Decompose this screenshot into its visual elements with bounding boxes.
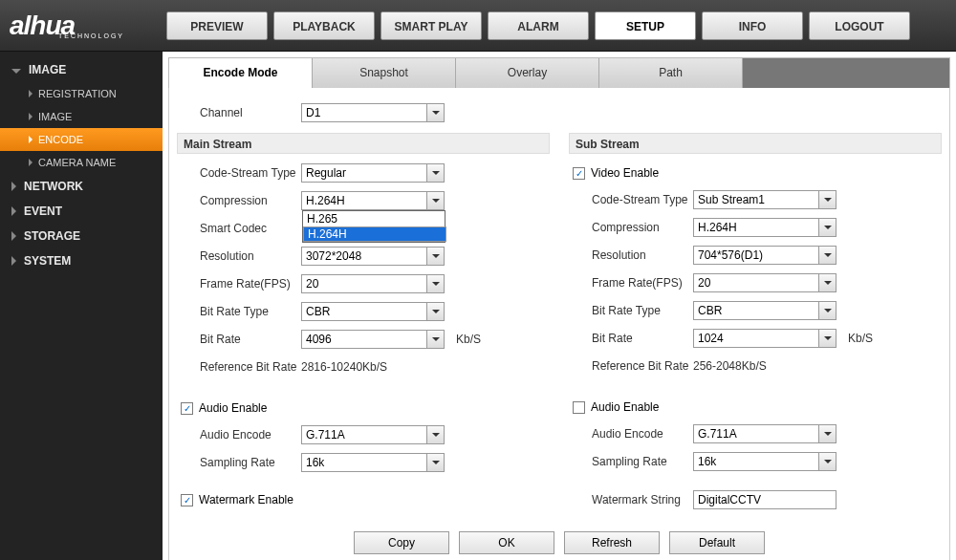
topnav-tab-preview[interactable]: PREVIEW xyxy=(166,11,268,40)
sub-audio-encode-value: G.711A xyxy=(698,427,737,441)
refresh-button[interactable]: Refresh xyxy=(564,531,660,554)
sidebar-item-encode[interactable]: ENCODE xyxy=(0,128,163,151)
main-smart-codec-label: Smart Codec xyxy=(177,222,301,235)
logo-subtext: TECHNOLOGY xyxy=(58,32,124,39)
chevron-down-icon xyxy=(818,247,836,264)
watermark-enable-checkbox[interactable] xyxy=(181,494,193,506)
topbar: alhua TECHNOLOGY PREVIEWPLAYBACKSMART PL… xyxy=(0,0,956,52)
sub-video-enable-label: Video Enable xyxy=(591,166,659,180)
sub-bit-rate-type-select[interactable]: CBR xyxy=(693,301,836,320)
sidebar-cat-label: STORAGE xyxy=(24,229,80,243)
sub-compression-label: Compression xyxy=(569,221,693,234)
chevron-down-icon xyxy=(818,302,836,319)
main-audio-enable-checkbox[interactable] xyxy=(181,402,193,415)
logo: alhua TECHNOLOGY xyxy=(10,11,153,41)
chevron-down-icon xyxy=(426,104,444,121)
sub-compression-value: H.264H xyxy=(698,221,737,234)
main-bit-rate-type-label: Bit Rate Type xyxy=(177,305,301,318)
sub-code-stream-type-label: Code-Stream Type xyxy=(569,193,693,206)
subtab-encode-mode[interactable]: Encode Mode xyxy=(169,58,313,88)
main-code-stream-type-value: Regular xyxy=(306,166,346,180)
main-frame-rate-value: 20 xyxy=(306,277,318,291)
main-audio-encode-select[interactable]: G.711A xyxy=(301,425,445,444)
chevron-down-icon xyxy=(426,164,444,182)
channel-select[interactable]: D1 xyxy=(301,103,445,122)
chevron-down-icon xyxy=(426,192,444,209)
watermark-string-label: Watermark String xyxy=(569,493,693,506)
sub-bit-rate-unit: Kb/S xyxy=(848,332,873,345)
main-bit-rate-value: 4096 xyxy=(306,333,332,346)
chevron-down-icon xyxy=(426,426,444,443)
topnav-tab-logout[interactable]: LOGOUT xyxy=(809,11,910,40)
sub-tabs: Encode ModeSnapshotOverlayPath xyxy=(168,57,950,88)
main-code-stream-type-label: Code-Stream Type xyxy=(177,166,301,180)
sub-audio-encode-select[interactable]: G.711A xyxy=(693,424,836,443)
action-buttons: CopyOKRefreshDefault xyxy=(177,531,942,554)
sidebar-item-registration[interactable]: REGISTRATION xyxy=(0,82,163,105)
sidebar-cat-network[interactable]: NETWORK xyxy=(0,174,163,199)
ok-button[interactable]: OK xyxy=(459,531,554,554)
chevron-down-icon xyxy=(818,453,836,470)
topnav-tab-smart-play[interactable]: SMART PLAY xyxy=(380,11,482,40)
main-frame-rate-label: Frame Rate(FPS) xyxy=(177,277,301,291)
sidebar-cat-image[interactable]: IMAGE xyxy=(0,57,163,82)
chevron-down-icon xyxy=(818,425,836,442)
sub-ref-bit-rate-value: 256-2048Kb/S xyxy=(693,359,767,373)
topnav-tab-playback[interactable]: PLAYBACK xyxy=(273,11,375,40)
sub-code-stream-type-select[interactable]: Sub Stream1 xyxy=(693,190,836,209)
sub-video-enable-checkbox[interactable] xyxy=(573,167,585,180)
main-compression-dropdown: H.265H.264H xyxy=(302,210,445,243)
sub-compression-select[interactable]: H.264H xyxy=(693,218,836,237)
main-ref-bit-rate-value: 2816-10240Kb/S xyxy=(301,360,387,374)
chevron-icon xyxy=(11,231,16,241)
main-compression-label: Compression xyxy=(177,194,301,207)
topnav-tab-alarm[interactable]: ALARM xyxy=(488,11,589,40)
sub-bit-rate-select[interactable]: 1024 xyxy=(693,329,836,348)
copy-button[interactable]: Copy xyxy=(354,531,449,554)
topnav-tab-setup[interactable]: SETUP xyxy=(595,11,696,40)
subtab-snapshot[interactable]: Snapshot xyxy=(313,58,456,88)
sub-resolution-select[interactable]: 704*576(D1) xyxy=(693,246,836,265)
topnav-tab-info[interactable]: INFO xyxy=(702,11,803,40)
sidebar-cat-system[interactable]: SYSTEM xyxy=(0,248,163,273)
sub-ref-bit-rate-label: Reference Bit Rate xyxy=(569,359,693,373)
watermark-string-input[interactable] xyxy=(693,490,836,509)
main-resolution-select[interactable]: 3072*2048 xyxy=(301,247,445,266)
main-frame-rate-select[interactable]: 20 xyxy=(301,274,445,293)
sub-audio-enable-label: Audio Enable xyxy=(591,400,659,414)
chevron-down-icon xyxy=(818,191,836,208)
sidebar: IMAGEREGISTRATIONIMAGEENCODECAMERA NAMEN… xyxy=(0,52,163,560)
main-bit-rate-type-value: CBR xyxy=(306,305,330,318)
sidebar-item-image[interactable]: IMAGE xyxy=(0,105,163,128)
compression-option-h265[interactable]: H.265 xyxy=(303,211,445,226)
chevron-down-icon xyxy=(818,274,836,291)
default-button[interactable]: Default xyxy=(669,531,765,554)
main-code-stream-type-select[interactable]: Regular xyxy=(301,163,445,183)
subtab-overlay[interactable]: Overlay xyxy=(456,58,599,88)
encode-panel: Channel D1 Main Stream Code-Stream Type xyxy=(168,88,950,560)
chevron-icon xyxy=(11,182,16,191)
main-stream-column: Main Stream Code-Stream Type Regular Com… xyxy=(177,127,550,477)
sub-bit-rate-value: 1024 xyxy=(698,332,724,345)
main-sampling-rate-select[interactable]: 16k xyxy=(301,453,445,472)
sidebar-item-camera-name[interactable]: CAMERA NAME xyxy=(0,151,163,174)
sub-resolution-value: 704*576(D1) xyxy=(698,248,763,262)
main-compression-select[interactable]: H.264H H.265H.264H xyxy=(301,191,445,210)
sidebar-cat-label: SYSTEM xyxy=(24,254,71,268)
main-bit-rate-label: Bit Rate xyxy=(177,333,301,346)
sidebar-cat-storage[interactable]: STORAGE xyxy=(0,224,163,248)
channel-label: Channel xyxy=(177,106,301,119)
sub-sampling-rate-select[interactable]: 16k xyxy=(693,452,836,471)
sub-frame-rate-select[interactable]: 20 xyxy=(693,273,836,292)
main-audio-encode-value: G.711A xyxy=(306,428,345,442)
main-audio-enable-label: Audio Enable xyxy=(199,401,267,415)
sidebar-cat-label: NETWORK xyxy=(24,180,83,193)
sub-audio-enable-checkbox[interactable] xyxy=(573,401,585,414)
main-bit-rate-type-select[interactable]: CBR xyxy=(301,302,445,321)
main-bit-rate-select[interactable]: 4096 xyxy=(301,330,445,349)
sub-bit-rate-label: Bit Rate xyxy=(569,332,693,345)
compression-option-h264h[interactable]: H.264H xyxy=(303,226,446,242)
sidebar-cat-event[interactable]: EVENT xyxy=(0,199,163,224)
main-stream-header: Main Stream xyxy=(177,133,550,154)
subtab-path[interactable]: Path xyxy=(599,58,743,88)
